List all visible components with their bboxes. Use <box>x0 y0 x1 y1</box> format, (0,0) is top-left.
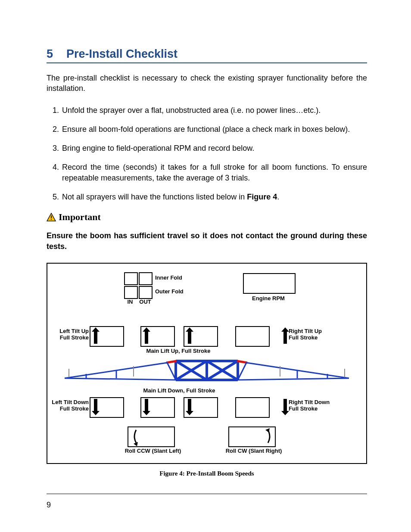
warning-icon <box>47 213 56 221</box>
svg-rect-2 <box>51 219 52 220</box>
page-number: 9 <box>47 501 51 510</box>
page: 5Pre-Install Checklist The pre-install c… <box>0 0 411 532</box>
section-heading: 5Pre-Install Checklist <box>47 47 367 63</box>
important-heading: Important <box>47 212 367 223</box>
checklist: Unfold the sprayer over a flat, unobstru… <box>47 105 367 202</box>
important-text: Ensure the boom has sufficient travel so… <box>47 230 367 252</box>
arrows-layer <box>47 264 366 464</box>
figure-frame: Inner Fold Outer Fold IN OUT Engine RPM … <box>47 263 367 464</box>
svg-rect-1 <box>51 216 52 218</box>
step-2: Ensure all boom-fold operations are func… <box>61 124 367 134</box>
step-1: Unfold the sprayer over a flat, unobstru… <box>61 105 367 115</box>
step-3: Bring engine to field-operational RPM an… <box>61 143 367 153</box>
step-5: Not all sprayers will have the functions… <box>61 192 367 202</box>
figure-caption: Figure 4: Pre-Install Boom Speeds <box>47 470 367 477</box>
section-number: 5 <box>47 47 66 61</box>
footer-rule <box>47 494 367 494</box>
step-4: Record the time (seconds) it takes for a… <box>61 162 367 183</box>
intro-paragraph: The pre-install checklist is necessary t… <box>47 73 367 94</box>
section-title: Pre-Install Checklist <box>66 47 177 60</box>
important-label: Important <box>59 212 101 223</box>
